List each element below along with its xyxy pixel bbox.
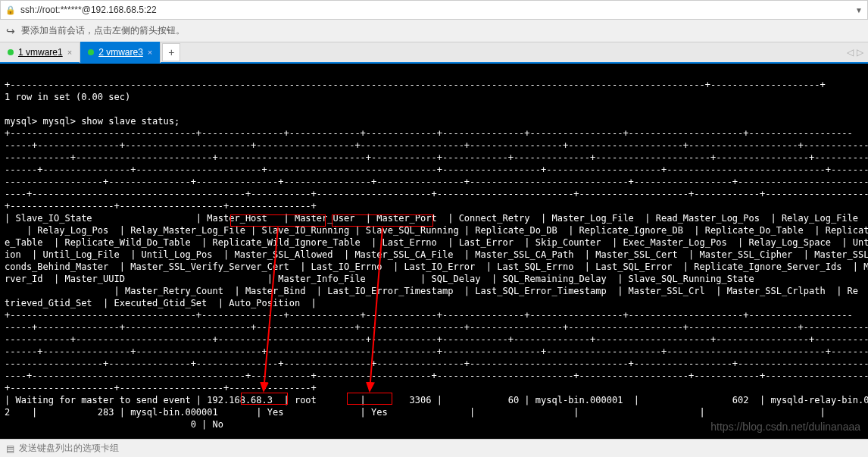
terminal-output: +---------------------------------------…	[5, 79, 863, 430]
tab-label: 1 vmware1	[18, 47, 63, 58]
tab-label: 2 vmware3	[98, 47, 143, 58]
nav-next-icon[interactable]: ▷	[857, 47, 863, 58]
status-dot-icon	[8, 49, 14, 55]
tab-vmware1[interactable]: 1 vmware1 ×	[0, 42, 80, 63]
close-icon[interactable]: ×	[67, 48, 72, 57]
close-icon[interactable]: ×	[148, 48, 152, 57]
hint-bar: ↪ 要添加当前会话，点击左侧的箭头按钮。	[0, 20, 868, 42]
add-session-icon[interactable]: ↪	[6, 25, 15, 37]
address-bar: 🔒 ▼	[0, 0, 868, 20]
status-bar: ▤ 发送键盘列出的选项卡组	[0, 439, 868, 457]
tab-bar: 1 vmware1 × 2 vmware3 × + ◁ ▷	[0, 42, 868, 64]
status-text: 发送键盘列出的选项卡组	[19, 442, 119, 455]
status-icon: ▤	[6, 443, 14, 454]
lock-icon: 🔒	[5, 5, 16, 15]
hint-text: 要添加当前会话，点击左侧的箭头按钮。	[21, 24, 185, 37]
chevron-down-icon[interactable]: ▼	[855, 6, 863, 14]
terminal[interactable]: +---------------------------------------…	[0, 64, 868, 439]
add-tab-button[interactable]: +	[162, 43, 180, 61]
tab-vmware3[interactable]: 2 vmware3 ×	[80, 42, 161, 63]
watermark: https://blog.csdn.net/dulinanaaa	[710, 421, 860, 433]
tab-nav-arrows: ◁ ▷	[847, 47, 863, 58]
address-input[interactable]	[20, 5, 851, 15]
nav-prev-icon[interactable]: ◁	[847, 47, 854, 58]
status-dot-icon	[88, 49, 94, 55]
